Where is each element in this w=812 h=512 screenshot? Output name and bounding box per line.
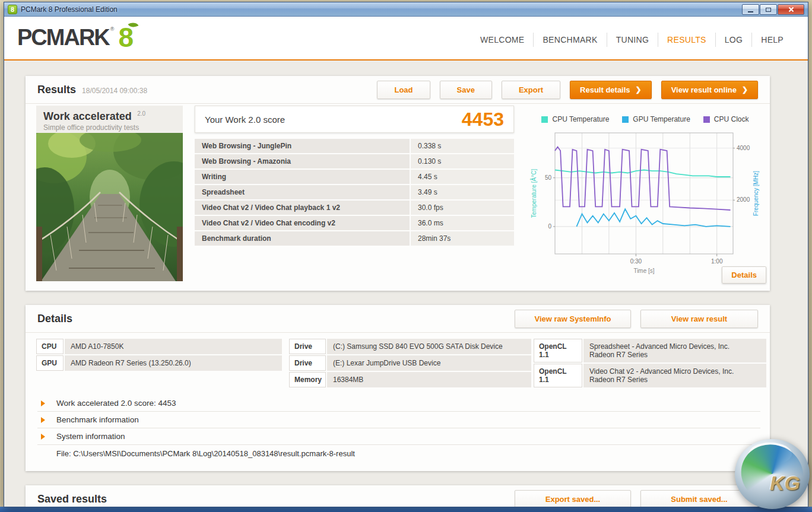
export-button[interactable]: Export (502, 81, 560, 99)
spec-key: Drive (289, 339, 326, 354)
metric-value: 0.130 s (411, 154, 514, 168)
spec-group-opencl: OpenCL 1.1 Spreadsheet - Advanced Micro … (534, 339, 766, 389)
spec-key: GPU (36, 355, 64, 371)
spec-value: AMD A10-7850K (65, 339, 282, 354)
expander-system-information[interactable]: System information (37, 428, 760, 445)
kitguru-watermark-logo: KG (735, 439, 810, 509)
monitoring-chart: CPU Temperature GPU Temperature CPU Cloc… (526, 106, 765, 275)
export-saved-button[interactable]: Export saved... (515, 490, 631, 507)
metric-label: Video Chat v2 / Video Chat encoding v2 (195, 216, 410, 230)
details-title: Details (37, 313, 72, 325)
main-nav: WELCOME BENCHMARK TUNING RESULTS LOG HEL… (471, 33, 792, 47)
desktop-bottom-strip (0, 507, 812, 512)
spec-value: Video Chat v2 - Advanced Micro Devices, … (583, 364, 766, 387)
spec-row: GPU AMD Radeon R7 Series (13.250.26.0) (36, 355, 282, 371)
spec-row: OpenCL 1.1 Video Chat v2 - Advanced Micr… (534, 364, 766, 387)
metric-row: Web Browsing - JunglePin 0.338 s (195, 139, 514, 153)
spec-row: Drive (E:) Lexar JumpDrive USB Device (289, 355, 531, 371)
saved-results-title: Saved results (37, 493, 107, 505)
metric-label: Writing (195, 170, 410, 184)
chart-legend: CPU Temperature GPU Temperature CPU Cloc… (526, 115, 765, 123)
chart-details-button[interactable]: Details (722, 266, 766, 284)
saved-results-panel: Saved results Export saved... Submit sav… (26, 485, 770, 507)
nav-help[interactable]: HELP (751, 33, 792, 47)
score-label: Your Work 2.0 score (205, 115, 285, 125)
metric-label: Spreadsheet (195, 185, 410, 199)
legend-swatch (703, 116, 710, 123)
spec-value: Spreadsheet - Advanced Micro Devices, In… (583, 339, 766, 362)
metric-value: 3.49 s (411, 185, 514, 199)
nav-benchmark[interactable]: BENCHMARK (533, 33, 606, 47)
window-title: PCMark 8 Professional Edition (21, 5, 118, 14)
metric-row: Web Browsing - Amazonia 0.130 s (195, 154, 514, 168)
svg-text:2000: 2000 (737, 196, 750, 203)
spec-value: 16384MB (327, 372, 531, 387)
metric-row: Benchmark duration 28min 37s (195, 231, 514, 246)
expander-benchmark-information[interactable]: Benchmark information (37, 412, 760, 428)
metric-value: 28min 37s (411, 231, 514, 246)
content-area: Results 18/05/2014 09:00:38 Load Save Ex… (4, 61, 808, 507)
nav-welcome[interactable]: WELCOME (471, 33, 533, 47)
window-titlebar[interactable]: 8 PCMark 8 Professional Edition (4, 2, 808, 17)
close-button[interactable] (778, 4, 804, 15)
minimize-button[interactable] (742, 4, 759, 15)
spec-group-cpu-gpu: CPU AMD A10-7850K GPU AMD Radeon R7 Seri… (36, 339, 282, 372)
expand-arrow-icon (41, 400, 45, 406)
work-accelerated-photo (36, 133, 183, 281)
svg-text:Temperature [Â°C]: Temperature [Â°C] (530, 169, 537, 218)
nav-log[interactable]: LOG (715, 33, 751, 47)
pcmark-logo: PCMARK ® 8 (17, 24, 134, 51)
test-subtitle: Simple office productivity tests (43, 123, 176, 132)
nav-tuning[interactable]: TUNING (607, 33, 658, 47)
spec-row: Drive (C:) Samsung SSD 840 EVO 500G SATA… (289, 339, 531, 354)
test-title: Work accelerated (43, 110, 132, 122)
test-version: 2.0 (137, 110, 145, 117)
metric-row: Video Chat v2 / Video Chat playback 1 v2… (195, 201, 514, 215)
spec-row: CPU AMD A10-7850K (36, 339, 282, 354)
expander-work-score[interactable]: Work accelerated 2.0 score: 4453 (37, 395, 760, 412)
load-button[interactable]: Load (377, 81, 430, 99)
spec-key: Memory (289, 372, 326, 387)
results-timestamp: 18/05/2014 09:00:38 (82, 87, 147, 95)
spec-group-drives-memory: Drive (C:) Samsung SSD 840 EVO 500G SATA… (289, 339, 531, 389)
spec-value: AMD Radeon R7 Series (13.250.26.0) (65, 355, 282, 371)
maximize-button[interactable] (760, 4, 777, 15)
metric-value: 0.338 s (411, 139, 514, 153)
svg-text:Time [s]: Time [s] (633, 268, 654, 274)
svg-text:50: 50 (545, 174, 552, 181)
metric-value: 30.0 fps (411, 201, 514, 215)
logo-text: PCMARK (17, 24, 109, 51)
metric-label: Web Browsing - Amazonia (195, 154, 410, 168)
svg-text:0: 0 (548, 223, 551, 230)
metric-label: Benchmark duration (195, 231, 410, 246)
legend-item: CPU Clock (703, 115, 749, 123)
details-panel: Details View raw SystemInfo View raw res… (26, 305, 770, 471)
logo-8-badge: 8 (118, 24, 134, 51)
expand-arrow-icon (41, 434, 45, 440)
view-raw-result-button[interactable]: View raw result (640, 310, 758, 328)
spec-key: OpenCL 1.1 (534, 339, 582, 362)
svg-text:0:30: 0:30 (630, 258, 642, 265)
result-file-path: File: C:\Users\MSI\Documents\PCMark 8\Lo… (56, 449, 355, 458)
view-raw-systeminfo-button[interactable]: View raw SystemInfo (515, 310, 631, 328)
score-value: 4453 (462, 110, 504, 129)
save-button[interactable]: Save (440, 81, 492, 99)
spec-value: (C:) Samsung SSD 840 EVO 500G SATA Disk … (327, 339, 531, 354)
svg-text:Frequency [MHz]: Frequency [MHz] (753, 171, 759, 216)
work-accelerated-card: Work accelerated 2.0 Simple office produ… (36, 106, 183, 281)
legend-item: CPU Temperature (541, 115, 609, 123)
spec-row: Memory 16384MB (289, 372, 531, 387)
svg-text:4000: 4000 (737, 145, 750, 151)
metric-value: 36.0 ms (411, 216, 514, 230)
spec-key: Drive (289, 355, 326, 371)
metric-row: Video Chat v2 / Video Chat encoding v2 3… (195, 216, 514, 230)
close-icon (788, 7, 794, 12)
view-result-online-button[interactable]: View result online ❯ (661, 81, 758, 99)
results-panel: Results 18/05/2014 09:00:38 Load Save Ex… (26, 76, 770, 291)
kitguru-text: KG (770, 472, 800, 495)
nav-results[interactable]: RESULTS (658, 33, 715, 47)
result-details-button[interactable]: Result details ❯ (570, 81, 652, 99)
metric-row: Writing 4.45 s (195, 170, 514, 184)
results-title: Results (37, 84, 76, 96)
legend-swatch (541, 116, 548, 123)
